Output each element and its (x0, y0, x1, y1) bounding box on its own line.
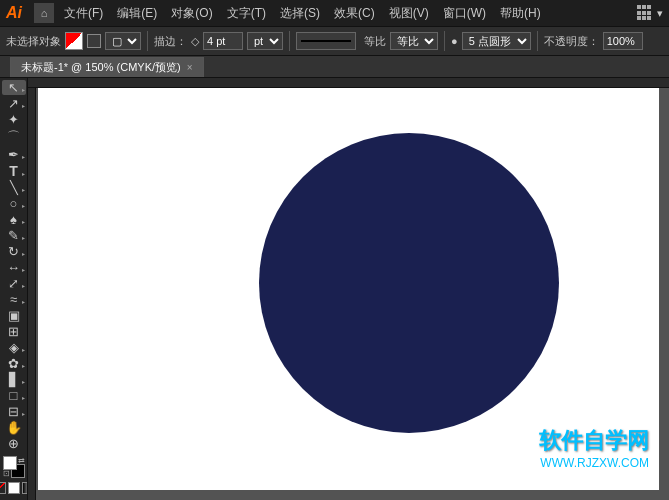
tool-slice[interactable]: ⊟ ▸ (2, 404, 26, 419)
symbol-icon: ✿ (8, 356, 19, 371)
points-icon: ● (451, 35, 458, 47)
foreground-color-swatch[interactable] (3, 456, 17, 470)
color-mode-btn[interactable] (8, 482, 20, 494)
divider-2 (289, 31, 290, 51)
opacity-label: 不透明度： (544, 34, 599, 49)
tool-direct-selection[interactable]: ↗ ▸ (2, 96, 26, 111)
workspace-switcher[interactable] (637, 5, 653, 21)
menu-text[interactable]: 文字(T) (221, 3, 272, 24)
type-icon: T (9, 163, 18, 179)
tool-gradient[interactable]: ▣ (2, 308, 26, 323)
tool-arrow-6: ▸ (22, 202, 25, 209)
circle-object[interactable] (259, 133, 559, 433)
tool-arrow-13: ▸ (22, 346, 25, 353)
stroke-label: 描边： (154, 34, 187, 49)
tool-arrow-4: ▸ (22, 170, 25, 177)
fill-indicator[interactable] (87, 34, 101, 48)
tool-magic-wand[interactable]: ✦ (2, 112, 26, 127)
selection-icon: ↖ (8, 80, 19, 95)
tool-blend[interactable]: ◈ ▸ (2, 340, 26, 355)
tool-symbol[interactable]: ✿ ▸ (2, 356, 26, 371)
swap-colors-icon[interactable]: ⇄ (18, 456, 25, 465)
watermark: 软件自学网 WWW.RJZXW.COM (539, 426, 649, 470)
tool-arrow-7: ▸ (22, 218, 25, 225)
opacity-input[interactable] (603, 32, 643, 50)
ratio-label: 等比 (364, 34, 386, 49)
slice-icon: ⊟ (8, 404, 19, 419)
tool-brush[interactable]: ♠ ▸ (2, 212, 26, 227)
rotate-icon: ↻ (8, 244, 19, 259)
warp-icon: ≈ (10, 292, 17, 307)
watermark-text: 软件自学网 (539, 426, 649, 456)
tool-arrow-9: ▸ (22, 250, 25, 257)
home-icon-btn[interactable]: ⌂ (34, 3, 54, 23)
menu-help[interactable]: 帮助(H) (494, 3, 547, 24)
reflect-icon: ↔ (7, 260, 20, 275)
tool-arrow-17: ▸ (22, 410, 25, 417)
tool-chart[interactable]: ▋ ▸ (2, 372, 26, 387)
tool-arrow-2: ▸ (22, 102, 25, 109)
stroke-style-preview[interactable] (296, 32, 356, 50)
divider-4 (537, 31, 538, 51)
title-right-controls: ▾ (637, 5, 663, 21)
tool-artboard[interactable]: □ ▸ (2, 388, 26, 403)
title-bar: Ai ⌂ 文件(F) 编辑(E) 对象(O) 文字(T) 选择(S) 效果(C)… (0, 0, 669, 26)
watermark-url: WWW.RJZXW.COM (539, 456, 649, 470)
tool-pencil[interactable]: ✎ ▸ (2, 228, 26, 243)
tool-zoom[interactable]: ⊕ (2, 436, 26, 451)
scale-icon: ⤢ (8, 276, 19, 291)
stroke-value-input[interactable] (203, 32, 243, 50)
menu-edit[interactable]: 编辑(E) (111, 3, 163, 24)
ellipse-icon: ○ (10, 196, 18, 211)
stroke-color-swatch[interactable] (65, 32, 83, 50)
workspace-arrow[interactable]: ▾ (657, 7, 663, 20)
tool-hand[interactable]: ✋ (2, 420, 26, 435)
divider-3 (444, 31, 445, 51)
menu-file[interactable]: 文件(F) (58, 3, 109, 24)
reset-colors-icon[interactable]: ⊡ (3, 469, 10, 478)
zoom-icon: ⊕ (8, 436, 19, 451)
menu-view[interactable]: 视图(V) (383, 3, 435, 24)
object-label: 未选择对象 (6, 34, 61, 49)
tool-reflect[interactable]: ↔ ▸ (2, 260, 26, 275)
menu-bar: 文件(F) 编辑(E) 对象(O) 文字(T) 选择(S) 效果(C) 视图(V… (58, 3, 633, 24)
document-tab[interactable]: 未标题-1* @ 150% (CMYK/预览) × (10, 57, 204, 77)
tool-lasso[interactable]: ⌒ (2, 128, 26, 146)
menu-object[interactable]: 对象(O) (165, 3, 218, 24)
tool-warp[interactable]: ≈ ▸ (2, 292, 26, 307)
tool-arrow-14: ▸ (22, 362, 25, 369)
tab-close-btn[interactable]: × (187, 62, 193, 73)
mesh-icon: ⊞ (8, 324, 19, 339)
canvas-area: 软件自学网 WWW.RJZXW.COM (28, 78, 669, 500)
tool-type[interactable]: T ▸ (2, 163, 26, 179)
direct-selection-icon: ↗ (8, 96, 19, 111)
tab-bar: 未标题-1* @ 150% (CMYK/预览) × (0, 56, 669, 78)
tool-arrow-5: ▸ (22, 186, 25, 193)
tool-arrow-15: ▸ (22, 378, 25, 385)
tool-arrow-16: ▸ (22, 394, 25, 401)
chart-icon: ▋ (9, 372, 19, 387)
menu-effect[interactable]: 效果(C) (328, 3, 381, 24)
brush-select[interactable]: 5 点圆形 (462, 32, 531, 50)
tool-mesh[interactable]: ⊞ (2, 324, 26, 339)
menu-select[interactable]: 选择(S) (274, 3, 326, 24)
stroke-ratio-select[interactable]: 等比 (390, 32, 438, 50)
none-mode-btn[interactable] (0, 482, 6, 494)
tool-rotate[interactable]: ↻ ▸ (2, 244, 26, 259)
tool-arrow: ▸ (22, 86, 25, 93)
tool-pen[interactable]: ✒ ▸ (2, 147, 26, 162)
main-area: ↖ ▸ ↗ ▸ ✦ ⌒ ✒ ▸ T ▸ ╲ ▸ ○ ▸ ♠ (0, 78, 669, 500)
tool-arrow-12: ▸ (22, 298, 25, 305)
tool-ellipse[interactable]: ○ ▸ (2, 196, 26, 211)
magic-wand-icon: ✦ (8, 112, 19, 127)
tool-scale[interactable]: ⤢ ▸ (2, 276, 26, 291)
tool-arrow-8: ▸ (22, 234, 25, 241)
menu-window[interactable]: 窗口(W) (437, 3, 492, 24)
pencil-icon: ✎ (8, 228, 19, 243)
tool-line[interactable]: ╲ ▸ (2, 180, 26, 195)
shape-select[interactable]: ▢ (105, 32, 141, 50)
tool-selection[interactable]: ↖ ▸ (2, 80, 26, 95)
fg-bg-swatches: ⊡ ⇄ (3, 456, 25, 478)
line-icon: ╲ (10, 180, 18, 195)
stroke-unit-select[interactable]: pt (247, 32, 283, 50)
